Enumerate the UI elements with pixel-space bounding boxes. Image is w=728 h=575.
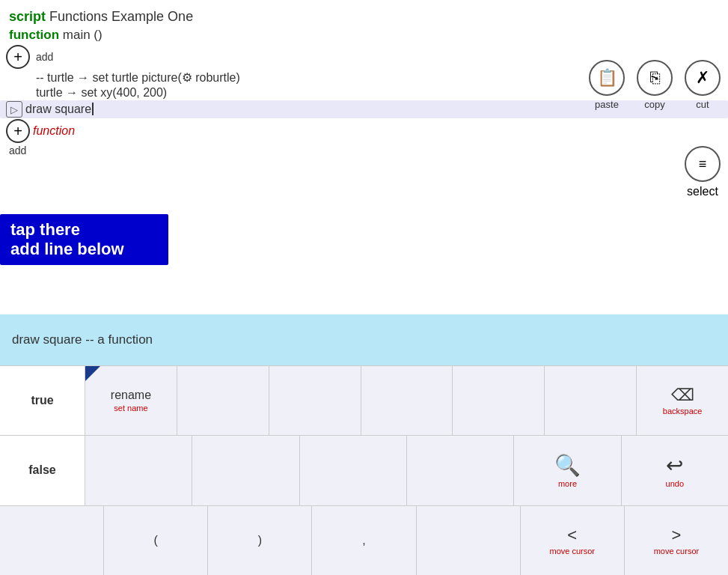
add-label-top: add <box>33 51 53 63</box>
cut-button[interactable]: ✗ cut <box>685 60 721 110</box>
suggestion-text: draw square -- a function <box>12 332 153 347</box>
draw-square-text: draw square <box>25 103 94 116</box>
select-label: select <box>687 185 718 198</box>
turtle-line-1-text: -- turtle → set turtle picture(⚙ roburtl… <box>36 70 240 85</box>
toolbar-top: 📋 paste ⎘ copy ✗ cut <box>589 60 721 110</box>
function-keyword: function <box>9 28 59 42</box>
left-arrow-label: move cursor <box>550 547 596 556</box>
key-rename-sub: set name <box>114 404 147 413</box>
key-false-text: false <box>28 463 55 477</box>
copy-icon: ⎘ <box>637 60 673 96</box>
add-function-line[interactable]: + function <box>0 118 728 144</box>
tooltip-line2: add line below <box>10 240 158 259</box>
tooltip-line1: tap there <box>10 220 158 240</box>
key-empty-1[interactable] <box>177 366 269 435</box>
key-close-paren[interactable]: ) <box>208 506 312 575</box>
key-empty-9[interactable] <box>407 436 514 505</box>
bottom-panel: draw square -- a function true rename se… <box>0 314 728 575</box>
backspace-icon: ⌫ <box>671 386 694 405</box>
script-keyword: script <box>9 9 46 24</box>
key-rename[interactable]: rename set name <box>85 366 177 435</box>
paste-icon: 📋 <box>589 60 625 96</box>
script-title: script Functions Example One <box>0 6 728 26</box>
undo-icon: ↩ <box>666 453 683 478</box>
key-rename-text: rename <box>111 389 151 402</box>
key-true[interactable]: true <box>0 366 85 435</box>
kb-row-3: ( ) , < move cursor > move cursor <box>0 505 728 575</box>
cut-icon: ✗ <box>685 60 721 96</box>
function-main-line: function main () <box>0 26 728 44</box>
cut-label: cut <box>696 99 709 110</box>
editor-area: script Functions Example One function ma… <box>0 0 728 210</box>
key-empty-5[interactable] <box>545 366 637 435</box>
close-paren-text: ) <box>258 534 262 547</box>
select-icon: ≡ <box>685 146 721 182</box>
right-arrow-label: move cursor <box>654 547 700 556</box>
kb-row-2: false 🔍 more ↩ undo <box>0 435 728 505</box>
key-empty-10[interactable] <box>0 506 104 575</box>
copy-label: copy <box>644 99 664 110</box>
key-true-text: true <box>31 394 53 407</box>
script-title-text: Functions Example One <box>49 9 193 24</box>
key-open-paren[interactable]: ( <box>104 506 208 575</box>
add-button-function[interactable]: + <box>6 119 30 143</box>
tooltip-popup: tap there add line below <box>0 214 168 265</box>
key-empty-3[interactable] <box>361 366 453 435</box>
turtle-line-2-text: turtle → set xy(400, 200) <box>36 86 167 100</box>
function-ref-text: function <box>33 124 75 138</box>
main-text: main () <box>63 28 103 42</box>
add-label-bottom: add <box>6 144 26 156</box>
paste-button[interactable]: 📋 paste <box>589 60 625 110</box>
select-button[interactable]: ≡ select <box>685 146 721 198</box>
kb-row-1: true rename set name ⌫ backspace <box>0 365 728 435</box>
key-false[interactable]: false <box>0 436 85 505</box>
key-backspace[interactable]: ⌫ backspace <box>637 366 728 435</box>
right-arrow-icon: > <box>671 526 681 545</box>
add-label-row: add <box>0 144 728 157</box>
more-label: more <box>558 479 577 488</box>
suggestion-bar[interactable]: draw square -- a function <box>0 314 728 365</box>
paste-label: paste <box>595 99 619 110</box>
key-empty-11[interactable] <box>417 506 521 575</box>
key-undo[interactable]: ↩ undo <box>622 436 728 505</box>
key-empty-7[interactable] <box>192 436 299 505</box>
key-empty-8[interactable] <box>300 436 407 505</box>
comma-text: , <box>362 534 365 547</box>
key-empty-6[interactable] <box>85 436 192 505</box>
keyboard: true rename set name ⌫ backspace false <box>0 365 728 575</box>
key-more[interactable]: 🔍 more <box>514 436 621 505</box>
undo-label: undo <box>666 479 684 488</box>
key-empty-4[interactable] <box>453 366 545 435</box>
open-paren-text: ( <box>154 534 158 547</box>
backspace-label: backspace <box>663 407 703 416</box>
search-icon: 🔍 <box>554 453 581 478</box>
play-icon <box>6 101 22 118</box>
key-comma[interactable]: , <box>312 506 416 575</box>
add-button-top[interactable]: + <box>6 45 30 69</box>
key-right-arrow[interactable]: > move cursor <box>625 506 728 575</box>
cursor <box>91 103 94 115</box>
key-left-arrow[interactable]: < move cursor <box>521 506 625 575</box>
left-arrow-icon: < <box>567 526 577 545</box>
key-empty-2[interactable] <box>269 366 361 435</box>
copy-button[interactable]: ⎘ copy <box>637 60 673 110</box>
